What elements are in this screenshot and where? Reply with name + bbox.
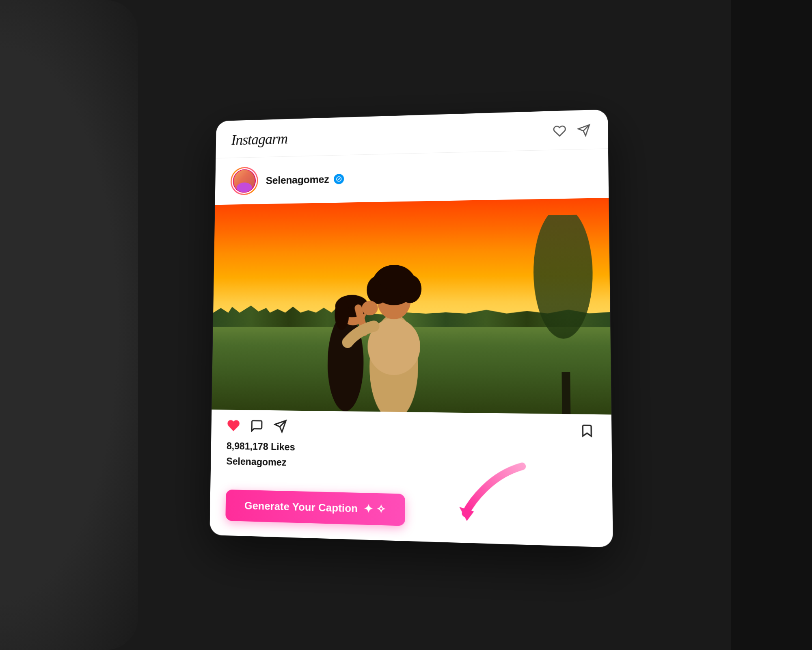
header-heart-icon[interactable] bbox=[553, 124, 567, 138]
avatar-face bbox=[233, 169, 256, 193]
bg-blob-left bbox=[0, 0, 138, 650]
generate-caption-button[interactable]: Generate Your Caption ✦ ✧ bbox=[225, 490, 405, 526]
avatar[interactable] bbox=[230, 167, 258, 195]
bookmark-button[interactable] bbox=[580, 423, 594, 438]
share-button[interactable] bbox=[274, 419, 287, 433]
tree-trunk bbox=[561, 372, 570, 414]
post-image bbox=[212, 198, 611, 414]
username-block: Selenagomez bbox=[266, 173, 344, 186]
couple-silhouette bbox=[251, 224, 526, 414]
bg-blob-right bbox=[731, 0, 812, 650]
phone-card: Instagarm Selenagom bbox=[209, 109, 613, 547]
header-send-icon[interactable] bbox=[577, 123, 591, 137]
profile-row: Selenagomez bbox=[215, 149, 609, 205]
like-button[interactable] bbox=[227, 418, 240, 432]
generate-caption-label: Generate Your Caption bbox=[244, 499, 358, 515]
svg-marker-18 bbox=[459, 507, 474, 521]
post-info: 8,981,178 Likes Selenagomez bbox=[210, 438, 612, 499]
username[interactable]: Selenagomez bbox=[266, 173, 329, 186]
header-icons bbox=[553, 123, 591, 138]
generate-btn-wrapper: Generate Your Caption ✦ ✧ bbox=[209, 489, 613, 548]
verified-badge bbox=[334, 174, 344, 184]
app-logo: Instagarm bbox=[231, 130, 287, 149]
avatar-ring bbox=[230, 167, 258, 195]
actions-left bbox=[227, 418, 287, 433]
avatar-inner bbox=[231, 168, 257, 194]
sparkle-icon: ✦ ✧ bbox=[363, 502, 386, 516]
comment-button[interactable] bbox=[250, 419, 263, 433]
caption-username: Selenagomez bbox=[226, 455, 595, 474]
svg-point-15 bbox=[362, 301, 378, 315]
